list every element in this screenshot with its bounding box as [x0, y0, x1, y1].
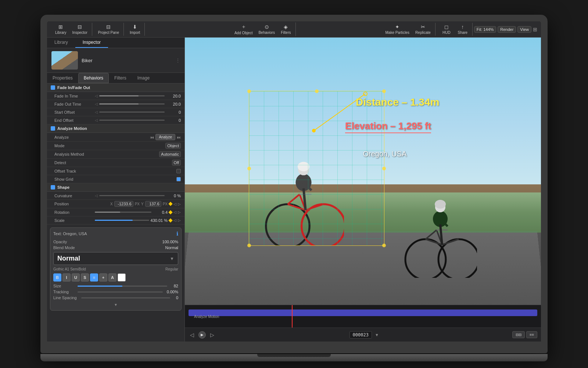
view-toggle: ⊟⊟ ≡≡	[512, 331, 537, 338]
analyze-section-title: Analyze Motion	[57, 126, 87, 131]
share-label: Share	[458, 31, 467, 35]
project-pane-button[interactable]: ⊟ Project Pane	[96, 23, 121, 36]
opacity-row: Opacity 100.00%	[53, 239, 178, 245]
analysis-method-row: Analysis Method Automatic	[47, 150, 184, 159]
strikethrough-button[interactable]: S	[81, 273, 89, 282]
tracking-slider[interactable]	[78, 291, 163, 293]
transport-play[interactable]: ▶	[198, 331, 206, 339]
scale-keyframe[interactable]	[168, 218, 172, 222]
color-swatch[interactable]	[118, 273, 126, 282]
end-offset-arrow: ◁	[95, 118, 98, 122]
fade-out-slider[interactable]	[99, 103, 165, 105]
fullscreen-icon[interactable]: ⊞	[533, 26, 537, 32]
laptop-notch	[257, 354, 331, 357]
show-grid-control	[95, 177, 181, 181]
detect-dropdown[interactable]: Off	[172, 160, 181, 166]
blend-mode-display: Normal	[57, 255, 80, 262]
mode-dropdown[interactable]: Object	[165, 143, 181, 149]
line-spacing-slider[interactable]	[81, 297, 170, 298]
tab-filters[interactable]: Filters	[109, 73, 132, 83]
tab-properties[interactable]: Properties	[47, 73, 78, 83]
size-slider[interactable]	[78, 286, 167, 287]
rotation-keyframe[interactable]	[168, 210, 172, 214]
add-object-button[interactable]: ＋ Add Object	[232, 22, 255, 36]
fade-in-slider[interactable]	[99, 95, 165, 96]
split-view-button[interactable]: ⊟⊟	[512, 331, 525, 338]
rotation-prev[interactable]: ◁	[173, 210, 176, 214]
inspector-button[interactable]: ⊟ Inspector	[70, 23, 90, 36]
clip-options-icon[interactable]: ⋮	[176, 58, 180, 63]
scale-slider[interactable]	[95, 220, 149, 221]
align-button[interactable]: ≡	[90, 273, 98, 282]
tab-library[interactable]: Library	[47, 38, 75, 48]
offset-track-control	[95, 169, 181, 173]
fade-section-header[interactable]: Fade In/Fade Out	[47, 84, 184, 92]
curvature-slider[interactable]	[99, 195, 165, 196]
transport-prev-frame[interactable]: ◁	[189, 330, 196, 339]
scale-prev[interactable]: ◁	[173, 218, 176, 222]
svg-line-5	[288, 194, 300, 204]
italic-button[interactable]: I	[62, 273, 71, 282]
position-keyframe[interactable]	[168, 202, 172, 206]
bold-button[interactable]: B	[53, 273, 61, 282]
hud-icon: ◻	[444, 24, 449, 30]
inspector-tabs: Properties Behaviors Filters Image	[47, 73, 184, 84]
rotation-next[interactable]: ▷	[178, 210, 181, 214]
position-prev[interactable]: ◁	[173, 202, 176, 206]
shape-checkbox[interactable]	[51, 185, 55, 190]
show-grid-label: Show Grid	[54, 177, 95, 181]
tab-image[interactable]: Image	[132, 73, 155, 83]
mode-control: Object	[95, 143, 181, 149]
rotation-slider[interactable]	[95, 212, 151, 213]
analyze-button[interactable]: Analyze	[155, 134, 175, 140]
hud-button[interactable]: ◻ HUD	[439, 23, 454, 36]
scale-next[interactable]: ▷	[178, 218, 181, 222]
fade-in-label: Fade In Time	[54, 94, 95, 98]
shape-section-header[interactable]: Shape	[47, 183, 184, 192]
analyze-checkbox[interactable]	[51, 126, 55, 131]
line-spacing-label: Line Spacing	[53, 296, 79, 300]
view-label[interactable]: View	[517, 26, 531, 33]
analysis-method-dropdown[interactable]: Automatic	[159, 151, 181, 157]
particles-label: Make Particles	[386, 31, 410, 35]
scene: Distance – 1.34m Elevation – 1,295 ft Or…	[185, 38, 541, 305]
tab-inspector[interactable]: Inspector	[75, 38, 108, 48]
position-next[interactable]: ▷	[178, 202, 181, 206]
underline-button[interactable]: U	[72, 273, 80, 282]
render-label[interactable]: Render	[498, 26, 516, 33]
timeline-playhead[interactable]	[292, 305, 293, 328]
replicate-button[interactable]: ✂ Replicate	[413, 23, 433, 36]
tab-behaviors[interactable]: Behaviors	[78, 73, 109, 83]
behaviors-button[interactable]: ⊙ Behaviors	[256, 23, 277, 36]
offset-track-checkbox[interactable]	[176, 169, 181, 173]
tracking-row: Tracking 0.00%	[53, 289, 178, 295]
share-button[interactable]: ↑ Share	[455, 23, 470, 36]
text-popup-close[interactable]: ℹ	[176, 231, 178, 237]
analyze-buttons: ⏮ Analyze ⏭	[150, 134, 181, 140]
rewind-small-icon: ⏮	[150, 135, 154, 139]
fit-label[interactable]: Fit: 144%	[474, 26, 496, 33]
expand-icon[interactable]: ▾	[53, 301, 178, 307]
show-grid-checkbox[interactable]	[176, 177, 181, 181]
transport-next-frame[interactable]: ▷	[209, 330, 216, 339]
bottom-transport: ◁ ▶ ▷ 000023 ▼ ⊟⊟ ≡≡	[185, 328, 541, 342]
plus-button[interactable]: +	[99, 273, 107, 282]
x-input[interactable]	[114, 201, 133, 207]
mode-label: Mode	[54, 144, 95, 148]
filters-button[interactable]: ◈ Filters	[279, 23, 293, 36]
import-button[interactable]: ⬇ Import	[128, 23, 142, 36]
timeline-bar[interactable]: Analyze Motion	[189, 309, 537, 316]
anchor-button[interactable]: A	[108, 273, 116, 282]
end-offset-slider[interactable]	[99, 120, 165, 121]
fade-out-row: Fade Out Time ◁ 20.0	[47, 100, 184, 108]
timecode-dropdown[interactable]: ▼	[375, 333, 379, 337]
start-offset-slider[interactable]	[99, 112, 165, 113]
timeline-view-button[interactable]: ≡≡	[526, 331, 537, 338]
analyze-section-header[interactable]: Analyze Motion	[47, 124, 184, 133]
y-input[interactable]	[145, 201, 161, 207]
library-button[interactable]: ⊞ Library	[53, 23, 69, 36]
make-particles-button[interactable]: ✦ Make Particles	[383, 23, 412, 36]
fade-checkbox[interactable]	[51, 85, 55, 90]
blend-mode-selector[interactable]: Normal ▼	[53, 252, 178, 265]
add-object-icon: ＋	[241, 24, 246, 30]
